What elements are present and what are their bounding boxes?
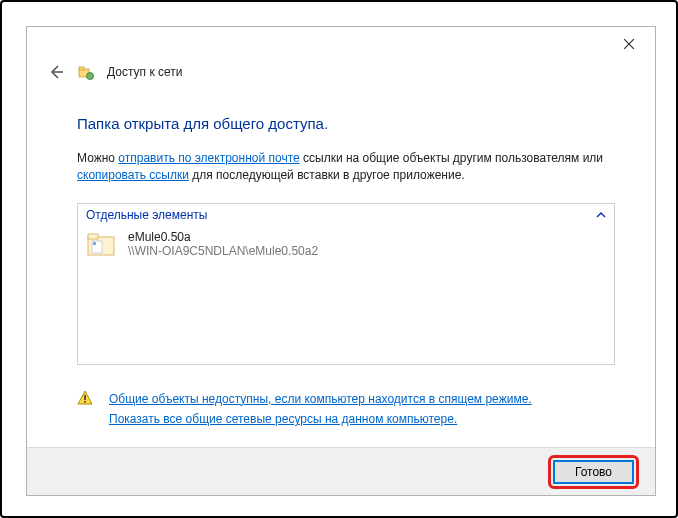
close-button[interactable]: [609, 31, 649, 57]
desc-prefix: Можно: [77, 151, 118, 165]
highlight-frame: Готово: [548, 455, 639, 489]
wizard-header: Доступ к сети: [27, 61, 655, 83]
email-link[interactable]: отправить по электронной почте: [118, 151, 299, 165]
chevron-up-icon: [596, 211, 606, 219]
group-header[interactable]: Отдельные элементы: [78, 204, 614, 224]
svg-rect-4: [79, 67, 84, 70]
svg-rect-7: [88, 234, 98, 239]
svg-rect-11: [84, 401, 86, 403]
back-button[interactable]: [47, 63, 65, 81]
svg-rect-9: [93, 242, 96, 245]
svg-rect-10: [84, 395, 86, 400]
svg-point-5: [87, 73, 94, 80]
content-area: Папка открыта для общего доступа. Можно …: [27, 83, 655, 430]
close-icon: [624, 39, 634, 49]
group-label: Отдельные элементы: [86, 208, 207, 222]
folder-icon: [86, 230, 118, 258]
wizard-title: Доступ к сети: [107, 65, 182, 79]
desc-mid: ссылки на общие объекты другим пользоват…: [300, 151, 603, 165]
done-button[interactable]: Готово: [553, 460, 634, 484]
page-heading: Папка открыта для общего доступа.: [77, 115, 615, 132]
titlebar: [27, 27, 655, 61]
network-share-icon: [77, 63, 95, 81]
shared-item[interactable]: eMule0.50a \\WIN-OIA9C5NDLAN\eMule0.50a2: [78, 224, 614, 264]
screenshot-frame: Доступ к сети Папка открыта для общего д…: [0, 0, 678, 518]
shared-item-path: \\WIN-OIA9C5NDLAN\eMule0.50a2: [128, 244, 318, 258]
warning-row: Общие объекты недоступны, если компьютер…: [77, 389, 615, 430]
copy-links-link[interactable]: скопировать ссылки: [77, 168, 189, 182]
individual-items-group: Отдельные элементы eMule0.50a \\WIN-OI: [77, 203, 615, 365]
shared-item-text: eMule0.50a \\WIN-OIA9C5NDLAN\eMule0.50a2: [128, 230, 318, 258]
warning-links: Общие объекты недоступны, если компьютер…: [109, 389, 532, 430]
back-arrow-icon: [48, 64, 64, 80]
sleep-mode-link[interactable]: Общие объекты недоступны, если компьютер…: [109, 392, 532, 406]
dialog-footer: Готово: [27, 447, 655, 495]
shared-item-name: eMule0.50a: [128, 230, 318, 244]
description-text: Можно отправить по электронной почте ссы…: [77, 150, 615, 185]
share-wizard-dialog: Доступ к сети Папка открыта для общего д…: [26, 26, 656, 496]
show-all-shares-link[interactable]: Показать все общие сетевые ресурсы на да…: [109, 412, 457, 426]
warning-icon: [77, 390, 93, 406]
desc-suffix: для последующей вставки в другое приложе…: [189, 168, 465, 182]
